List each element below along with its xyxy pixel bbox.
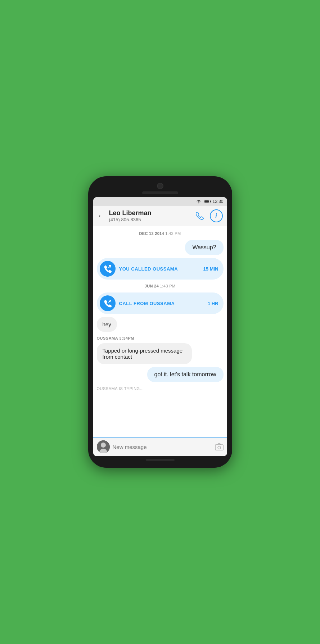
phone-speaker [142,191,178,194]
phone-camera [157,183,163,189]
outgoing-call-label: YOU CALLED OUSSAMA [119,266,200,272]
call-button[interactable] [193,209,206,222]
contact-name: Leo Liberman [109,209,193,217]
message-gotit: got it. let's talk tomorrow [147,367,224,382]
chat-header: ← Leo Liberman (415) 805-8365 i [93,206,227,226]
timestamp-2: JUN 24 1:43 PM [97,284,224,288]
status-bar: 12:30 [93,197,227,206]
incoming-call-label: CALL FROM OUSSAMA [119,301,204,306]
wifi-icon [196,199,202,204]
timestamp-1: DEC 12 2014 1:43 PM [97,231,224,236]
contact-info: Leo Liberman (415) 805-8365 [109,209,193,222]
status-time: 12:30 [212,199,223,204]
message-input[interactable] [113,444,212,450]
message-wassup: Wassup? [185,240,223,255]
incoming-call-duration: 1 HR [208,301,218,306]
phone-device: 12:30 ← Leo Liberman (415) 805-8365 i [88,176,232,468]
phone-screen: 12:30 ← Leo Liberman (415) 805-8365 i [93,197,227,456]
battery-icon [204,200,210,203]
call-log-incoming[interactable]: CALL FROM OUSSAMA 1 HR [97,292,224,314]
chat-area[interactable]: DEC 12 2014 1:43 PM Wassup? YOU CALLED O… [93,226,227,437]
svg-point-2 [218,446,221,449]
home-bar [146,459,175,461]
outgoing-call-duration: 15 MIN [203,266,218,272]
message-tapped[interactable]: Tapped or long-pressed message from cont… [97,343,192,364]
contact-phone: (415) 805-8365 [109,217,193,222]
avatar [97,440,110,453]
header-actions: i [193,209,223,222]
input-bar [93,437,227,456]
camera-button[interactable] [215,443,224,450]
typing-indicator: OUSSAMA IS TYPING... [97,385,224,392]
back-button[interactable]: ← [98,211,105,221]
info-button[interactable]: i [210,209,223,222]
incoming-call-icon [100,295,116,311]
avatar-image [97,440,110,453]
svg-point-0 [198,203,199,203]
message-hey: hey [97,317,117,332]
sender-meta: OUSSAMA 3:34PM [97,336,224,340]
outgoing-call-icon [100,261,116,277]
call-log-outgoing[interactable]: YOU CALLED OUSSAMA 15 MIN [97,258,224,280]
